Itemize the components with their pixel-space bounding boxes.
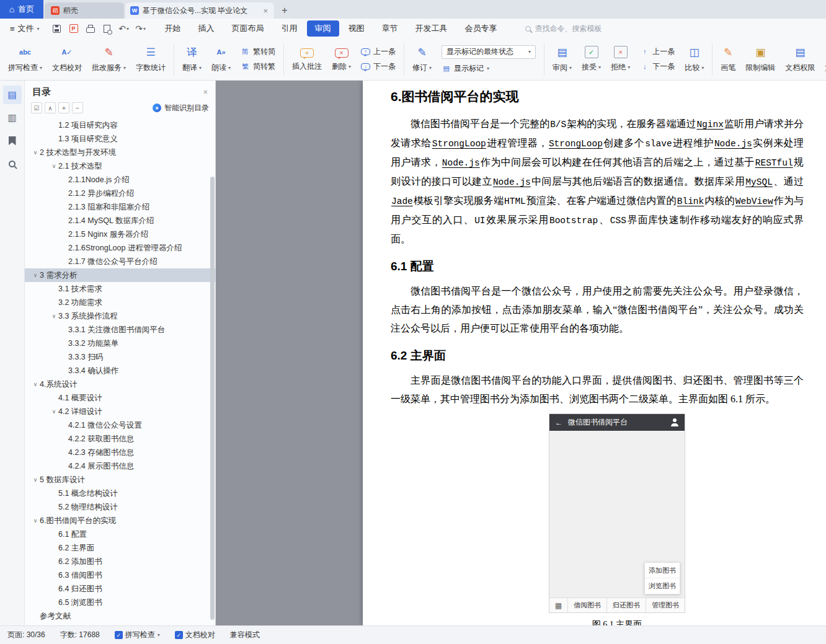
smart-toc-button[interactable]: ★ 智能识别目录 [153, 103, 209, 113]
pen-button[interactable]: ✎画笔 [716, 40, 740, 79]
word-count-button[interactable]: ☰字数统计 [131, 40, 170, 79]
tab-review[interactable]: 审阅 [307, 20, 339, 37]
chevron-down-icon[interactable]: ∨ [31, 381, 40, 387]
toc-item[interactable]: 6.1 配置 [25, 527, 215, 541]
toc-item[interactable]: 2.1.6StrongLoop 进程管理器介绍 [25, 241, 215, 255]
menu-item-browse-book[interactable]: 浏览图书 [645, 578, 680, 594]
keyboard-icon[interactable]: ▦ [549, 598, 568, 612]
spellcheck-button[interactable]: abc拼写检查▾ [4, 40, 47, 79]
proof-pane-icon[interactable]: ▥ [3, 108, 22, 127]
toc-scrollbar[interactable] [210, 177, 215, 620]
toc-item[interactable]: 2.1.5 Nginx 服务器介绍 [25, 227, 215, 241]
document-certify-button[interactable]: ◈文档认证 [820, 40, 826, 79]
toc-item[interactable]: 4.2.3 存储图书信息 [25, 446, 215, 459]
tab-membership[interactable]: 会员专享 [457, 20, 505, 37]
review-button[interactable]: ▤审阅▾ [548, 40, 576, 79]
file-menu[interactable]: ≡ 文件 ▾ [6, 23, 43, 34]
toc-item[interactable]: ∨3 需求分析 [25, 268, 215, 282]
tab-page-layout[interactable]: 页面布局 [224, 20, 272, 37]
undo-button[interactable]: ↶▾ [117, 21, 131, 36]
delete-comment-button[interactable]: ×删除▾ [327, 40, 355, 79]
toc-item[interactable]: 2.1.2 异步编程介绍 [25, 187, 215, 200]
chevron-down-icon[interactable]: ∨ [31, 518, 40, 524]
doc-tab-close-icon[interactable]: × [262, 6, 269, 15]
toc-item[interactable]: 6.3 借阅图书 [25, 568, 215, 582]
toc-item[interactable]: ∨5 数据库设计 [25, 473, 215, 487]
toc-item[interactable]: 1.2 项目研究内容 [25, 118, 215, 132]
toc-item[interactable]: ∨2 技术选型与开发环境 [25, 146, 215, 159]
bookmark-pane-icon[interactable] [3, 131, 22, 150]
toc-item[interactable]: 4.1 概要设计 [25, 391, 215, 405]
chevron-down-icon[interactable]: ∨ [50, 163, 58, 169]
new-tab-button[interactable]: + [277, 2, 293, 19]
toc-item[interactable]: 4.2.4 展示图书信息 [25, 459, 215, 473]
document-page[interactable]: 6.图书借阅平台的实现 微信图书借阅平台是一个完整的B/S架构的实现，在服务器端… [363, 81, 826, 625]
toc-item[interactable]: 2.1.3 阻塞和非阻塞介绍 [25, 200, 215, 214]
command-search[interactable]: 查找命令、搜索模板 [525, 24, 602, 34]
translate-button[interactable]: 译翻译▾ [178, 40, 206, 79]
accept-button[interactable]: ✓接受▾ [577, 40, 605, 79]
prev-change-button[interactable]: ↑上一条 [640, 46, 675, 57]
search-pane-icon[interactable] [3, 154, 22, 173]
toc-check-tool-icon[interactable]: ☑ [31, 102, 42, 113]
print-preview-button[interactable] [100, 21, 115, 36]
toc-item[interactable]: 6.2 主界面 [25, 541, 215, 555]
insert-comment-button[interactable]: +插入批注 [288, 40, 326, 79]
toc-item[interactable]: 6.5 浏览图书 [25, 596, 215, 609]
back-arrow-icon[interactable]: ← [555, 418, 562, 427]
toc-item[interactable]: 2.1.7 微信公众号平台介绍 [25, 255, 215, 268]
toc-item[interactable]: ∨3.3 系统操作流程 [25, 309, 215, 323]
toc-item[interactable]: ∨6.图书借阅平台的实现 [25, 514, 215, 527]
user-icon[interactable] [670, 418, 679, 426]
toc-item[interactable]: 参考文献 [25, 609, 215, 623]
toc-item[interactable]: 2.1.4 MySQL 数据库介绍 [25, 214, 215, 227]
chevron-down-icon[interactable]: ∨ [31, 149, 40, 156]
print-button[interactable] [83, 21, 98, 36]
chevron-down-icon[interactable]: ∨ [31, 272, 40, 278]
toc-item[interactable]: 6.4 归还图书 [25, 582, 215, 596]
toc-item[interactable]: 3.3.3 扫码 [25, 350, 215, 364]
grading-service-button[interactable]: ✎批改服务▾ [87, 40, 130, 79]
toc-item[interactable]: 6.2 添加图书 [25, 555, 215, 568]
export-pdf-button[interactable]: P [66, 21, 81, 36]
track-changes-button[interactable]: ✎修订▾ [408, 40, 436, 79]
toc-item[interactable]: ∨4.系统设计 [25, 377, 215, 391]
toc-item[interactable]: 1.3 项目研究意义 [25, 132, 215, 146]
save-button[interactable] [50, 21, 64, 36]
tab-insert[interactable]: 插入 [190, 20, 223, 37]
toc-collapse-tool-icon[interactable]: ∧ [45, 102, 56, 113]
menu-manage-book[interactable]: 管理图书 [646, 598, 685, 612]
compare-button[interactable]: ◫比较▾ [680, 40, 708, 79]
menu-return-book[interactable]: 归还图书 [607, 598, 646, 612]
restrict-editing-button[interactable]: ▣限制编辑 [741, 40, 779, 79]
toc-item[interactable]: 3.2 功能需求 [25, 296, 215, 309]
chevron-down-icon[interactable]: ∨ [50, 313, 58, 319]
toc-item[interactable]: 2.1.1Node.js 介绍 [25, 173, 215, 187]
tab-references[interactable]: 引用 [273, 20, 306, 37]
page-indicator[interactable]: 页面: 30/36 [7, 630, 45, 640]
tab-dev-tools[interactable]: 开发工具 [407, 20, 456, 37]
document-tab[interactable]: W 基于微信公众号...实现 毕业论文 × [125, 2, 274, 19]
next-change-button[interactable]: ↓下一条 [640, 61, 675, 72]
toc-scrollbar-thumb[interactable] [210, 177, 215, 620]
simp-to-trad-button[interactable]: 繁简转繁 [241, 61, 275, 72]
toc-item[interactable]: 3.3.2 功能菜单 [25, 337, 215, 350]
next-comment-button[interactable]: ↓下一条 [361, 61, 396, 72]
document-permission-button[interactable]: ▤文档权限 [781, 40, 819, 79]
spellcheck-toggle[interactable]: ✓ 拼写检查 ▾ [115, 630, 160, 640]
toc-expand-all-icon[interactable]: + [58, 102, 69, 113]
docer-tab[interactable]: 稻 稻壳 [45, 2, 124, 19]
toc-pane-icon[interactable]: ▤ [3, 86, 22, 104]
tab-sections[interactable]: 章节 [374, 20, 406, 37]
tab-view[interactable]: 视图 [340, 20, 373, 37]
reject-button[interactable]: ×拒绝▾ [606, 40, 634, 79]
toc-item[interactable]: 3.3.1 关注微信图书借阅平台 [25, 323, 215, 337]
markup-state-select[interactable]: 显示标记的最终状态▾ [442, 45, 536, 59]
word-count[interactable]: 字数: 17688 [60, 630, 100, 640]
redo-button[interactable]: ↷▾ [133, 21, 148, 36]
trad-to-simp-button[interactable]: 简繁转简 [241, 46, 275, 57]
toc-item[interactable]: 5.2 物理结构设计 [25, 500, 215, 514]
toc-item[interactable]: 3.1 技术需求 [25, 282, 215, 296]
toc-collapse-all-icon[interactable]: − [72, 102, 83, 113]
toc-item[interactable]: ∨2.1 技术选型 [25, 159, 215, 173]
